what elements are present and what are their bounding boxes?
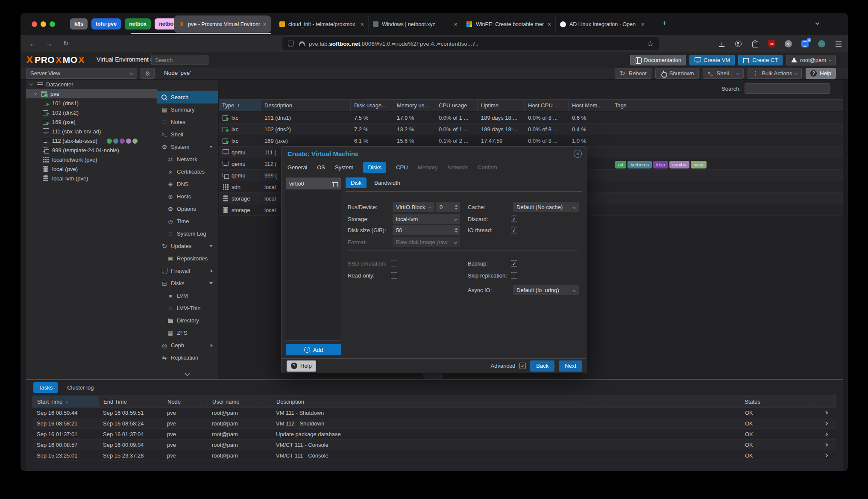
back-icon[interactable]: [29, 40, 36, 47]
disk-list-item[interactable]: virtio0: [286, 178, 341, 189]
nav-item[interactable]: ZFS: [157, 327, 218, 339]
nav-item[interactable]: LVM-Thin: [157, 302, 218, 314]
tree-item[interactable]: pve: [26, 89, 157, 98]
tree-item[interactable]: 102 (dns2): [26, 108, 157, 117]
async-io-select[interactable]: Default (io_uring): [513, 285, 579, 295]
shell-button[interactable]: Shell: [703, 68, 744, 79]
spinner-icons[interactable]: [455, 205, 458, 210]
column-header-tags[interactable]: Tags: [611, 100, 843, 111]
splitter-handle[interactable]: [423, 373, 443, 379]
expand-chevron-icon[interactable]: [34, 91, 37, 94]
tree-item[interactable]: Datacenter: [26, 80, 157, 89]
lock-warning-icon[interactable]: [298, 40, 305, 47]
column-header-cpu[interactable]: CPU usage: [435, 100, 478, 111]
task-row[interactable]: Sep 16 01:37:01 Sep 16 01:37:04 pve root…: [32, 429, 836, 440]
nav-item[interactable]: DNS: [157, 178, 218, 190]
nav-item[interactable]: Repositories: [157, 252, 218, 265]
close-tab-icon[interactable]: [548, 21, 551, 28]
column-header-end-time[interactable]: End Time: [99, 396, 163, 407]
column-header-start-time[interactable]: Start Time: [33, 396, 99, 407]
column-header-host-cpu[interactable]: Host CPU ...: [525, 100, 569, 111]
global-search-input[interactable]: [151, 55, 208, 65]
user-menu-button[interactable]: root@pam: [786, 55, 836, 65]
tree-item[interactable]: local (pve): [26, 164, 157, 174]
shield-icon[interactable]: [287, 40, 294, 47]
wizard-tab[interactable]: OS: [317, 164, 325, 171]
create-ct-button[interactable]: Create CT: [738, 55, 783, 65]
puzzle-icon[interactable]: [751, 40, 759, 47]
wizard-tab[interactable]: Disks: [363, 162, 386, 173]
nav-item[interactable]: Search: [157, 91, 218, 103]
wizard-tab[interactable]: Memory: [418, 164, 438, 171]
column-header-node[interactable]: Node: [163, 396, 208, 407]
create-vm-button[interactable]: Create VM: [689, 55, 735, 65]
download-icon[interactable]: [718, 40, 725, 47]
trash-icon[interactable]: [332, 181, 338, 187]
chevron-down-icon[interactable]: [736, 72, 739, 75]
io-thread-checkbox[interactable]: [511, 227, 517, 233]
column-header-host-mem[interactable]: Host Mem...: [569, 100, 611, 111]
tree-item[interactable]: localnetwork (pve): [26, 155, 157, 164]
nav-item[interactable]: Network: [157, 153, 218, 165]
nav-item[interactable]: Time: [157, 215, 218, 227]
column-header-user[interactable]: User name: [208, 396, 272, 407]
browser-tab[interactable]: cloud_init - telmate/proxmox - C: [275, 16, 369, 32]
tree-item[interactable]: 999 (template-24.04-noble): [26, 145, 157, 155]
task-row[interactable]: Sep 16 08:59:44 Sep 16 08:59:51 pve root…: [32, 407, 836, 418]
spinner-icons[interactable]: [455, 228, 458, 233]
column-header-uptime[interactable]: Uptime: [478, 100, 525, 111]
row-expand-icon[interactable]: [824, 443, 828, 446]
close-tab-icon[interactable]: [263, 21, 267, 28]
row-expand-icon[interactable]: [824, 422, 828, 425]
address-bar[interactable]: pve.lab.softbox.net:8006/#v1:0:=node%2Fp…: [282, 37, 659, 50]
tab-group-chip[interactable]: k8s: [70, 18, 88, 30]
wizard-tab[interactable]: System: [335, 164, 353, 171]
column-header-description[interactable]: Description: [272, 396, 740, 407]
column-header-description[interactable]: Description: [261, 100, 351, 111]
close-icon[interactable]: [574, 150, 582, 158]
table-row[interactable]: lxc 101 (dns1) 7.5 % 17.9 % 0.0% of 1 ..…: [219, 112, 843, 124]
forward-icon[interactable]: [45, 40, 52, 47]
nav-item[interactable]: Directory: [157, 314, 218, 327]
task-row[interactable]: Sep 15 23:25:01 Sep 15 23:37:28 pve root…: [32, 450, 836, 461]
nav-item[interactable]: Shell: [157, 128, 218, 141]
wizard-tab[interactable]: Network: [448, 164, 468, 171]
tab-group-chip[interactable]: tofu-pve: [91, 18, 121, 30]
tree-item[interactable]: local-lvm (pve): [26, 174, 157, 183]
nav-item[interactable]: Updates: [157, 240, 218, 252]
browser-tab[interactable]: WinPE: Create bootable media |: [462, 16, 556, 32]
row-expand-icon[interactable]: [824, 411, 828, 414]
close-window-icon[interactable]: [32, 21, 37, 27]
account-icon[interactable]: [735, 40, 742, 47]
table-row[interactable]: lxc 102 (dns2) 7.2 % 13.2 % 0.0% of 1 ..…: [219, 124, 843, 135]
tree-item[interactable]: 111 (sbx-lab-srv-ad): [26, 127, 157, 136]
star-icon[interactable]: [647, 40, 654, 47]
minimize-window-icon[interactable]: [41, 21, 46, 27]
nav-item[interactable]: Ceph: [157, 339, 218, 351]
browser-tab[interactable]: Windows | netboot.xyz: [369, 16, 462, 32]
documentation-button[interactable]: Documentation: [630, 55, 686, 65]
nav-item[interactable]: Replication: [157, 351, 218, 364]
bus-index-stepper[interactable]: 0: [436, 202, 460, 212]
column-header-type[interactable]: Type: [219, 100, 261, 111]
nav-item[interactable]: Options: [157, 203, 218, 215]
skip-replication-checkbox[interactable]: [511, 272, 517, 279]
reload-icon[interactable]: [62, 40, 69, 47]
wizard-tab[interactable]: CPU: [396, 164, 408, 171]
nav-item[interactable]: Disks: [157, 277, 218, 289]
bulk-actions-button[interactable]: Bulk Actions: [748, 68, 802, 79]
row-expand-icon[interactable]: [824, 454, 828, 457]
next-button[interactable]: Next: [559, 360, 582, 372]
ublock-icon[interactable]: UO: [768, 40, 775, 47]
scroll-down-icon[interactable]: [185, 371, 190, 376]
close-tab-icon[interactable]: [454, 21, 457, 28]
table-search-input[interactable]: [745, 83, 830, 94]
tree-settings-button[interactable]: [141, 68, 155, 79]
nav-item[interactable]: Summary: [157, 103, 218, 116]
nav-item[interactable]: System Log: [157, 227, 218, 240]
read-only-checkbox[interactable]: [391, 272, 397, 279]
discard-checkbox[interactable]: [511, 216, 517, 222]
expand-chevron-icon[interactable]: [29, 82, 33, 85]
wizard-tab[interactable]: General: [287, 164, 307, 171]
disk-subtab[interactable]: Bandwidth: [374, 180, 400, 186]
